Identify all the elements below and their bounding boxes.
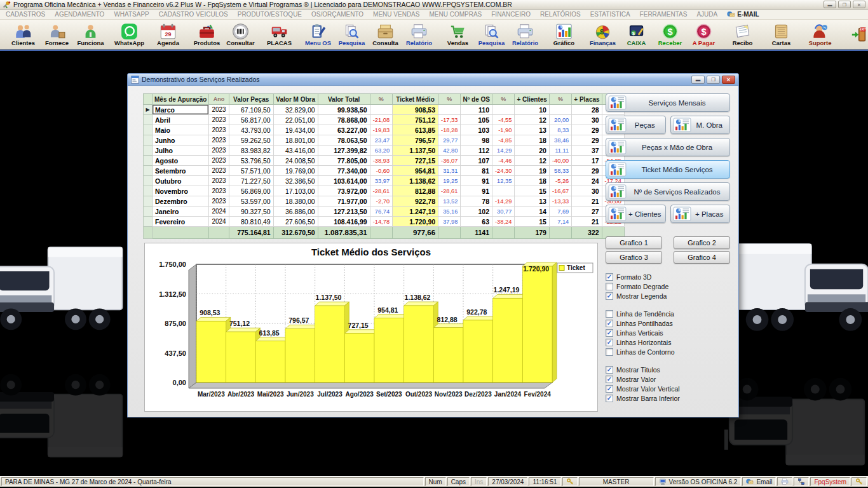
cell[interactable]: 35,16 (438, 207, 461, 217)
row-selector[interactable] (144, 115, 153, 125)
cell[interactable]: -16,67 (549, 186, 571, 196)
cell[interactable]: Marco (153, 105, 209, 115)
cell[interactable]: -1,90 (492, 125, 515, 135)
cell[interactable]: 2023 (209, 146, 229, 156)
cell[interactable] (549, 105, 571, 115)
cell[interactable]: 22.051,00 (273, 115, 318, 125)
cell[interactable]: 112 (461, 146, 492, 156)
button-grafico-1[interactable]: Grafico 1 (606, 236, 662, 249)
cell[interactable]: 14,29 (492, 146, 515, 156)
checkbox-linha-de-tend-ncia[interactable]: Linha de Tendência (606, 309, 730, 318)
cell[interactable]: -19,83 (370, 125, 392, 135)
cell[interactable] (370, 105, 392, 115)
cell[interactable]: -13,33 (549, 196, 571, 207)
toolbar-button-placas[interactable]: PLACAS (262, 23, 296, 46)
menu-item-estatistica[interactable]: ESTATISTICA (590, 11, 630, 18)
cell[interactable]: Fevereiro (153, 217, 209, 227)
cell[interactable]: 32.386,50 (273, 176, 318, 186)
chart-button-pe-as[interactable]: Peças (606, 116, 666, 134)
menu-item-agendamento[interactable]: AGENDAMENTO (55, 11, 104, 18)
cell[interactable] (492, 186, 515, 196)
cell[interactable]: 1.720,90 (393, 217, 438, 227)
toolbar-button-funciona[interactable]: Funciona (74, 23, 107, 46)
cell[interactable]: 20 (515, 146, 550, 156)
cell[interactable]: 29,77 (438, 135, 461, 146)
cell[interactable]: 91 (461, 186, 492, 196)
toolbar-button-consulta[interactable]: Consulta (369, 23, 402, 46)
cell[interactable]: 18.380,00 (273, 196, 318, 207)
cell[interactable]: 13 (515, 125, 550, 135)
checkbox-mostrar-barra-inferior[interactable]: ✓Mostrar Barra Inferior (606, 393, 730, 403)
chart-button-n-de-servi-os-realizados[interactable]: Nº de Serviços Realizados (606, 182, 730, 201)
button-grafico-3[interactable]: Grafico 3 (606, 251, 662, 264)
menu-item-relat-rios[interactable]: RELATÓRIOS (540, 11, 581, 18)
cell[interactable]: -14,78 (370, 217, 392, 227)
cell[interactable]: 954,81 (393, 166, 438, 176)
cell[interactable]: -2,70 (370, 196, 392, 207)
toolbar-button-recibo[interactable]: Recibo (726, 23, 759, 46)
cell[interactable] (492, 105, 515, 115)
cell[interactable]: Setembro (153, 166, 209, 176)
cell[interactable]: -38,24 (492, 217, 515, 227)
button-grafico-2[interactable]: Grafico 2 (674, 236, 730, 249)
cell[interactable]: 727,15 (393, 156, 438, 166)
row-selector[interactable] (144, 166, 153, 176)
menu-item-ajuda[interactable]: AJUDA (696, 11, 717, 18)
cell[interactable]: -4,55 (492, 115, 515, 125)
cell[interactable]: -5,26 (549, 176, 571, 186)
cell[interactable]: 11,11 (549, 146, 571, 156)
window-close-button[interactable]: ✕ (722, 76, 735, 84)
cell[interactable]: 21 (572, 196, 602, 207)
row-selector[interactable]: ▶ (144, 105, 153, 115)
toolbar-button-menu-os[interactable]: Menu OS (301, 23, 335, 46)
button-grafico-4[interactable]: Grafico 4 (674, 251, 730, 264)
cell[interactable]: Outubro (153, 176, 209, 186)
window-maximize-button[interactable]: ❐ (707, 76, 720, 84)
cell[interactable]: 81 (461, 166, 492, 176)
cell[interactable]: 812,88 (393, 186, 438, 196)
menu-item-ferramentas[interactable]: FERRAMENTAS (640, 11, 688, 18)
cell[interactable]: 71.977,00 (318, 196, 370, 207)
cell[interactable]: 63 (461, 217, 492, 227)
cell[interactable]: 30 (572, 115, 602, 125)
cell[interactable]: 37 (572, 146, 602, 156)
cell[interactable]: 2023 (209, 105, 229, 115)
cell[interactable]: 21 (572, 217, 602, 227)
cell[interactable]: 80.810,49 (229, 217, 273, 227)
cell[interactable]: 2023 (209, 176, 229, 186)
cell[interactable]: Novembro (153, 186, 209, 196)
cell[interactable]: 15 (515, 217, 550, 227)
cell[interactable]: 13 (515, 196, 550, 207)
window-minimize-button[interactable]: ▬ (691, 76, 705, 84)
chart-button-clientes[interactable]: + Clientes (606, 205, 666, 223)
cell[interactable]: 27 (572, 207, 602, 217)
toolbar-button-relat-rio[interactable]: Relatório (402, 23, 436, 46)
toolbar-button-produtos[interactable]: Produtos (190, 23, 224, 46)
cell[interactable]: 42,80 (438, 146, 461, 156)
row-selector[interactable] (144, 125, 153, 135)
row-selector[interactable] (144, 196, 153, 207)
cell[interactable]: 71.227,50 (229, 176, 273, 186)
chart-button-servi-os-mensais[interactable]: Serviços Mensais (606, 93, 730, 112)
checkbox-mostrar-valor-vertical[interactable]: ✓Mostrar Valor Vertical (606, 384, 730, 393)
cell[interactable]: 56.869,00 (229, 186, 273, 196)
cell[interactable]: 77.805,00 (318, 156, 370, 166)
cell[interactable]: 77.340,00 (318, 166, 370, 176)
cell[interactable]: Junho (153, 135, 209, 146)
cell[interactable]: Janeiro (153, 207, 209, 217)
checkbox-mostrar-valor[interactable]: ✓Mostrar Valor (606, 374, 730, 384)
cell[interactable]: 19.769,00 (273, 166, 318, 176)
cell[interactable]: 29 (572, 135, 602, 146)
cell[interactable]: -24,30 (492, 166, 515, 176)
cell[interactable]: 29 (572, 166, 602, 176)
cell[interactable]: 1.247,19 (393, 207, 438, 217)
row-selector[interactable] (144, 186, 153, 196)
cell[interactable]: 90.327,50 (229, 207, 273, 217)
cell[interactable]: 78 (461, 196, 492, 207)
cell[interactable]: 12 (515, 115, 550, 125)
cell[interactable]: Maio (153, 125, 209, 135)
toolbar-button-receber[interactable]: $Receber (653, 23, 687, 46)
cell[interactable]: 127.213,50 (318, 207, 370, 217)
cell[interactable]: 127.399,82 (318, 146, 370, 156)
toolbar-button-finan-as[interactable]: $Finanças (586, 23, 620, 46)
